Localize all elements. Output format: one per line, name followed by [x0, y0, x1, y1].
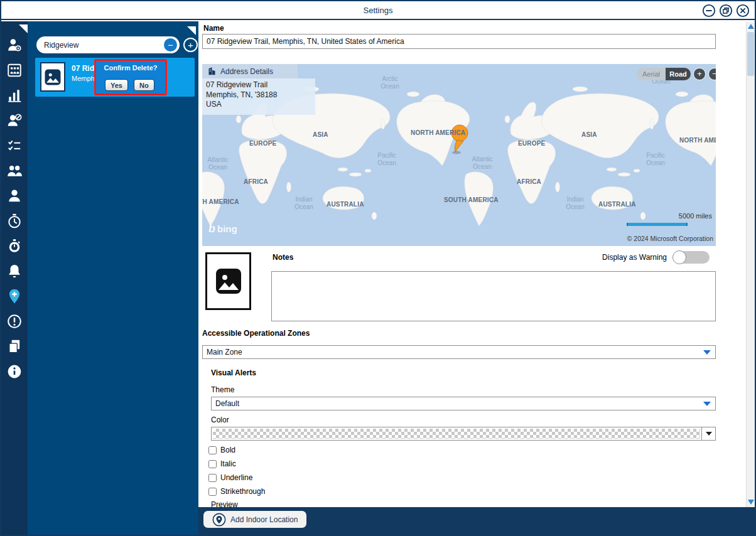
- documents-icon: [6, 338, 23, 355]
- toggle-knob: [672, 250, 686, 264]
- titlebar: Settings: [1, 1, 755, 20]
- sidebar-item-documents[interactable]: [6, 338, 23, 355]
- confirm-delete-popup: Confirm Delete? Yes No: [94, 59, 167, 95]
- sidebar: [1, 21, 28, 535]
- bottom-bar: Add Indoor Location: [198, 507, 755, 535]
- roster-grid-icon: [6, 62, 23, 78]
- search-input[interactable]: [44, 41, 164, 50]
- zones-label: Accessible Operational Zones: [202, 329, 310, 338]
- zones-select[interactable]: Main Zone: [202, 345, 716, 359]
- scrollbar-thumb[interactable]: [747, 32, 754, 76]
- location-thumbnail: [40, 62, 65, 92]
- map-road-button[interactable]: Road: [666, 68, 691, 80]
- map-scale-label: 5000 miles: [679, 212, 712, 220]
- checklist-icon: [6, 137, 23, 154]
- image-placeholder-icon: [43, 68, 62, 87]
- user-group-icon: [6, 163, 23, 179]
- sidebar-item-stopwatch[interactable]: [6, 237, 23, 255]
- map-aerial-button[interactable]: Aerial: [637, 68, 666, 80]
- restore-button[interactable]: [719, 4, 733, 18]
- map-canvas[interactable]: Arctic Ocean Arctic Ocean NORTH AMERICA …: [202, 64, 716, 246]
- underline-checkbox-label: Underline: [220, 473, 252, 482]
- bold-checkbox[interactable]: [208, 446, 217, 454]
- italic-checkbox-label: Italic: [220, 459, 236, 468]
- chevron-down-icon: [703, 402, 711, 406]
- sidebar-item-statistics[interactable]: [6, 87, 23, 104]
- scroll-down-arrow-icon[interactable]: [748, 500, 754, 505]
- bar-chart-icon: [6, 87, 23, 104]
- add-indoor-location-button[interactable]: Add Indoor Location: [202, 510, 308, 529]
- sidebar-item-about[interactable]: [6, 363, 23, 380]
- theme-label: Theme: [211, 385, 234, 394]
- scroll-up-arrow-icon[interactable]: [748, 24, 754, 29]
- chevron-down-icon: [703, 350, 711, 355]
- locations-list-panel: − + 07 Ridgeview Trail Memphis, TN, '381…: [28, 21, 198, 535]
- minimize-icon: [702, 4, 716, 18]
- sidebar-item-alerts[interactable]: [6, 262, 23, 280]
- sidebar-item-groups[interactable]: [6, 162, 23, 180]
- map-pin-graphic: [451, 125, 468, 154]
- strikethrough-checkbox-row: Strikethrough: [208, 487, 265, 496]
- restore-icon: [719, 4, 733, 18]
- close-icon: [736, 4, 750, 18]
- color-select[interactable]: [211, 427, 716, 441]
- sidebar-item-roster[interactable]: [6, 62, 23, 79]
- display-warning-label: Display as Warning: [602, 253, 667, 262]
- sidebar-item-timer[interactable]: [6, 212, 23, 230]
- sidebar-item-profile[interactable]: [6, 187, 23, 205]
- theme-select-value: Default: [215, 399, 239, 408]
- name-input[interactable]: [202, 34, 716, 49]
- bell-icon: [6, 263, 23, 279]
- display-warning-toggle[interactable]: [673, 251, 710, 264]
- remove-location-button[interactable]: −: [164, 38, 177, 51]
- info-icon: [6, 363, 23, 380]
- sidebar-item-tasks[interactable]: [6, 137, 23, 154]
- address-details-label: Address Details: [220, 67, 273, 76]
- sidebar-item-user-settings[interactable]: [6, 36, 23, 54]
- window-title: Settings: [1, 6, 755, 15]
- bing-logo: bbing: [208, 222, 237, 235]
- sidebar-item-warnings[interactable]: [6, 313, 23, 330]
- address-line-3: USA: [206, 100, 311, 110]
- strikethrough-checkbox[interactable]: [208, 488, 217, 496]
- address-line-2: Memphis, TN, '38188: [206, 90, 311, 100]
- stopwatch-icon: [6, 238, 23, 254]
- building-icon: [207, 67, 217, 76]
- minimize-button[interactable]: [702, 4, 716, 18]
- confirm-delete-title: Confirm Delete?: [96, 64, 165, 72]
- confirm-yes-button[interactable]: Yes: [105, 79, 128, 91]
- app-body: − + 07 Ridgeview Trail Memphis, TN, '381…: [1, 21, 755, 535]
- address-line-1: 07 Ridgeview Trail: [206, 80, 311, 90]
- bold-checkbox-label: Bold: [220, 446, 235, 454]
- italic-checkbox[interactable]: [208, 460, 217, 468]
- zones-select-value: Main Zone: [207, 348, 242, 356]
- sidebar-item-locations[interactable]: [6, 287, 23, 305]
- location-image-placeholder[interactable]: [205, 252, 251, 310]
- panel-corner-fold: [187, 26, 196, 35]
- sidebar-item-user-disabled[interactable]: [6, 112, 23, 129]
- user-icon: [6, 188, 23, 204]
- vertical-scrollbar[interactable]: [746, 21, 755, 507]
- address-details-button[interactable]: Address Details: [202, 64, 298, 78]
- map-scale-bar: [627, 223, 688, 226]
- bing-b-icon: b: [208, 222, 217, 235]
- user-gear-icon: [6, 37, 23, 53]
- indoor-location-pin-icon: [212, 513, 226, 527]
- color-select-arrow-button[interactable]: [701, 427, 715, 440]
- italic-checkbox-row: Italic: [208, 459, 236, 468]
- timer-icon: [6, 213, 23, 229]
- map-zoom-in-button[interactable]: +: [693, 68, 706, 80]
- strikethrough-checkbox-label: Strikethrough: [220, 487, 265, 496]
- map-attribution: © 2024 Microsoft Corporation: [627, 235, 713, 242]
- name-label: Name: [203, 24, 224, 33]
- search-box: −: [36, 36, 180, 53]
- confirm-no-button[interactable]: No: [134, 79, 154, 91]
- transparent-color-swatch: [213, 429, 700, 439]
- add-location-button[interactable]: +: [183, 38, 198, 52]
- theme-select[interactable]: Default: [211, 397, 716, 410]
- notes-textarea[interactable]: [271, 271, 716, 321]
- bold-checkbox-row: Bold: [208, 446, 235, 454]
- close-button[interactable]: [736, 4, 750, 18]
- image-placeholder-icon: [213, 266, 244, 296]
- underline-checkbox[interactable]: [208, 474, 217, 482]
